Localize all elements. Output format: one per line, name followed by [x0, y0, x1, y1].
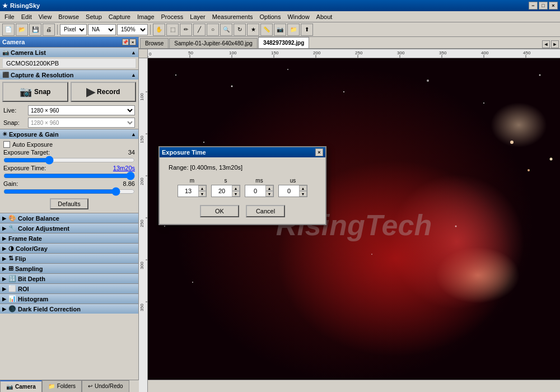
menu-view[interactable]: View: [35, 13, 55, 21]
statusbar-undo-tab[interactable]: ↩ Undo/Redo: [82, 380, 129, 393]
toolbar-measure[interactable]: 📏: [260, 24, 273, 36]
toolbar-save[interactable]: 💾: [29, 24, 41, 36]
toolbar-select-tool[interactable]: ⬚: [166, 24, 179, 36]
menu-setup[interactable]: Setup: [82, 13, 105, 21]
dark-field-row[interactable]: ▶ 🌑 Dark Field Correction: [0, 304, 138, 314]
toolbar-print[interactable]: 🖨: [43, 24, 55, 36]
toolbar-new[interactable]: 📄: [2, 24, 15, 36]
camera-list-arrow: ▲: [131, 50, 136, 55]
snap-res-select[interactable]: 1280 × 960: [28, 118, 135, 128]
svg-text:100: 100: [139, 93, 144, 101]
spinner-ms-down[interactable]: ▼: [265, 191, 273, 197]
spinner-s-up[interactable]: ▲: [232, 185, 240, 191]
spinner-ms-up[interactable]: ▲: [265, 185, 273, 191]
camera-panel-header[interactable]: Camera 📌 ×: [0, 37, 138, 47]
snap-res-row: Snap: 1280 × 960: [0, 116, 138, 129]
spinner-m-down[interactable]: ▼: [198, 191, 206, 197]
dialog-ok-button[interactable]: OK: [200, 205, 239, 217]
toolbar-open[interactable]: 📂: [16, 24, 28, 36]
menu-process[interactable]: Process: [158, 13, 187, 21]
camera-panel-title: Camera: [2, 39, 25, 45]
menu-file[interactable]: File: [1, 13, 18, 21]
live-res-select[interactable]: 1280 × 960: [28, 105, 135, 115]
input-m[interactable]: [178, 185, 198, 197]
menu-browse[interactable]: Browse: [55, 13, 82, 21]
close-button[interactable]: ×: [549, 2, 558, 10]
flip-row[interactable]: ▶ ⇅ Flip: [0, 253, 138, 263]
toolbar-rotate[interactable]: ↻: [234, 24, 246, 36]
record-button[interactable]: ▶ Record: [71, 82, 137, 102]
camera-item[interactable]: GCMOS01200KPB: [2, 58, 136, 68]
spinner-us-down[interactable]: ▼: [299, 191, 307, 197]
spinner-ms-btns: ▲ ▼: [265, 185, 273, 197]
restore-button[interactable]: □: [539, 2, 548, 10]
menu-options[interactable]: Options: [256, 13, 284, 21]
svg-text:100: 100: [229, 50, 237, 55]
frame-rate-row[interactable]: ▶ Frame Rate: [0, 233, 138, 243]
menu-about[interactable]: About: [313, 13, 336, 21]
spinner-s-down[interactable]: ▼: [232, 191, 240, 197]
menu-capture[interactable]: Capture: [105, 13, 134, 21]
minimize-button[interactable]: −: [529, 2, 538, 10]
auto-exposure-checkbox[interactable]: [3, 141, 10, 148]
tab-next-button[interactable]: ►: [551, 40, 559, 48]
roi-row[interactable]: ▶ ⬜ ROI: [0, 283, 138, 293]
exposure-time-slider[interactable]: [3, 174, 135, 178]
na-select[interactable]: NA: [88, 24, 116, 35]
flip-arrow: ▶: [2, 256, 6, 262]
color-adjustment-row[interactable]: ▶ 🔧 Color Adjustment: [0, 223, 138, 233]
menu-measurements[interactable]: Measurements: [209, 13, 256, 21]
camera-tab-icon: 📷: [6, 384, 13, 390]
label-m: m: [190, 178, 194, 184]
histogram-row[interactable]: ▶ 📊 Histogram: [0, 293, 138, 304]
menu-window[interactable]: Window: [284, 13, 312, 21]
tab-browse[interactable]: Browse: [140, 38, 169, 48]
svg-text:200: 200: [139, 178, 144, 185]
pixel-select[interactable]: Pixel: [60, 24, 87, 35]
sampling-row[interactable]: ▶ ⊞ Sampling: [0, 263, 138, 273]
dialog-close-button[interactable]: ×: [315, 148, 323, 156]
toolbar-line[interactable]: ╱: [193, 24, 206, 36]
toolbar-export[interactable]: ⬆: [301, 24, 313, 36]
statusbar-folders-tab[interactable]: 📁 Folders: [42, 380, 82, 393]
tab-prev-button[interactable]: ◄: [542, 40, 550, 48]
defaults-button[interactable]: Defaults: [50, 198, 88, 209]
toolbar-circle[interactable]: ○: [207, 24, 219, 36]
exposure-target-slider[interactable]: [3, 158, 135, 162]
tab-sample[interactable]: Sample-01-Jupiter-640x480.jpg: [169, 38, 258, 48]
statusbar-camera-tab[interactable]: 📷 Camera: [0, 380, 42, 393]
exposure-time-slider-row: [0, 171, 138, 180]
color-gray-row[interactable]: ▶ ◑ Color/Gray: [0, 243, 138, 253]
exposure-gain-header[interactable]: ☀ Exposure & Gain ▲: [0, 129, 138, 139]
spinner-m-btns: ▲ ▼: [198, 185, 206, 197]
toolbar-pencil[interactable]: ✏: [180, 24, 192, 36]
record-label: Record: [97, 88, 120, 96]
input-ms[interactable]: [245, 185, 265, 197]
menu-edit[interactable]: Edit: [18, 13, 35, 21]
toolbar-camera-tool[interactable]: 📷: [274, 24, 286, 36]
histogram-icon: 📊: [8, 295, 16, 302]
color-balance-row[interactable]: ▶ 🎨 Color Balance: [0, 213, 138, 223]
menu-image[interactable]: Image: [134, 13, 158, 21]
menu-layer[interactable]: Layer: [186, 13, 209, 21]
capture-res-header[interactable]: ⬛ Capture & Resolution ▲: [0, 69, 138, 80]
tab-current[interactable]: 3482973092.jpg: [258, 37, 309, 48]
gain-slider[interactable]: [3, 189, 135, 194]
toolbar-folder[interactable]: 📁: [287, 24, 300, 36]
spinner-m-up[interactable]: ▲: [198, 185, 206, 191]
bit-depth-row[interactable]: ▶ 🔢 Bit Depth: [0, 273, 138, 283]
app-icon: ★: [2, 2, 8, 10]
toolbar-hand[interactable]: ✋: [153, 24, 165, 36]
snap-button[interactable]: 📷 Snap: [2, 82, 68, 102]
panel-pin-button[interactable]: 📌: [122, 39, 129, 45]
panel-close-button[interactable]: ×: [129, 39, 136, 45]
toolbar-star[interactable]: ★: [247, 24, 259, 36]
spinner-us-up[interactable]: ▲: [299, 185, 307, 191]
spinner-s: ▲ ▼: [211, 185, 240, 197]
input-s[interactable]: [212, 185, 232, 197]
input-us[interactable]: [279, 185, 299, 197]
zoom-select[interactable]: 150%: [117, 24, 148, 35]
dialog-cancel-button[interactable]: Cancel: [246, 205, 285, 217]
toolbar-zoom-tool[interactable]: 🔍: [220, 24, 232, 36]
camera-list-header[interactable]: 📷 Camera List ▲: [0, 47, 138, 57]
